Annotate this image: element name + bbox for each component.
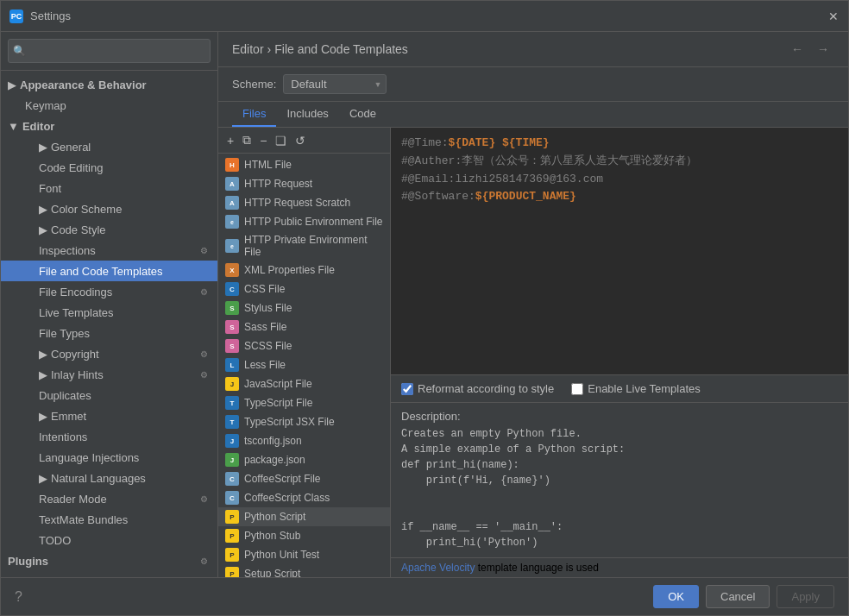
sidebar-label: Code Style (51, 223, 106, 236)
list-item[interactable]: J JavaScript File (218, 374, 390, 393)
sidebar-item-file-types[interactable]: File Types (1, 323, 217, 343)
description-area: Description: Creates an empty Python fil… (391, 403, 848, 557)
file-item-name: HTTP Private Environment File (244, 234, 383, 258)
sidebar-label: Natural Languages (51, 472, 146, 485)
breadcrumb-parent: Editor (232, 42, 264, 56)
list-item[interactable]: H HTML File (218, 155, 390, 174)
sidebar-item-todo[interactable]: TODO (1, 530, 217, 550)
list-item[interactable]: X XML Properties File (218, 261, 390, 280)
list-item[interactable]: J package.json (218, 450, 390, 469)
sidebar-item-language-injections[interactable]: Language Injections (1, 447, 217, 468)
arrow-icon: ▶ (39, 410, 47, 423)
file-list-panel: + ⧉ − ❏ ↺ H HTML File A (218, 128, 391, 577)
file-item-name: CoffeeScript Class (244, 492, 330, 504)
sidebar-item-editor[interactable]: ▼ Editor (1, 116, 217, 136)
sidebar-item-reader-mode[interactable]: Reader Mode ⚙ (1, 488, 217, 509)
sidebar-item-natural-languages[interactable]: ▶ Natural Languages (1, 468, 217, 488)
template-area: + ⧉ − ❏ ↺ H HTML File A (218, 128, 848, 577)
editor-panel: #@Time:${DATE} ${TIME} #@Auther:李智（公众号：第… (391, 128, 848, 577)
velocity-link[interactable]: Apache Velocity (401, 562, 475, 574)
reset-template-button[interactable]: ↺ (292, 132, 309, 149)
sidebar-item-inlay-hints[interactable]: ▶ Inlay Hints ⚙ (1, 364, 217, 385)
list-item[interactable]: P Python Unit Test (218, 545, 390, 564)
list-item[interactable]: e HTTP Private Environment File (218, 231, 390, 261)
live-templates-checkbox[interactable] (571, 383, 583, 395)
help-button[interactable]: ? (15, 589, 22, 605)
list-item[interactable]: S Sass File (218, 317, 390, 336)
sidebar-item-file-encodings[interactable]: File Encodings ⚙ (1, 281, 217, 302)
sidebar-label: Code Editing (39, 161, 103, 174)
forward-button[interactable]: → (812, 41, 834, 58)
arrow-icon: ▶ (39, 368, 47, 381)
sidebar-label: Editor (22, 120, 55, 133)
file-type-icon: J (225, 434, 239, 448)
add-template-button[interactable]: + (223, 132, 237, 149)
sidebar-item-duplicates[interactable]: Duplicates (1, 385, 217, 405)
sidebar-item-font[interactable]: Font (1, 178, 217, 198)
apply-button[interactable]: Apply (777, 585, 834, 608)
close-button[interactable]: ✕ (827, 10, 840, 22)
tab-files[interactable]: Files (232, 102, 276, 127)
list-item[interactable]: S SCSS File (218, 336, 390, 355)
sidebar-item-intentions[interactable]: Intentions (1, 426, 217, 447)
code-line-1: #@Time:${DATE} ${TIME} (401, 135, 838, 153)
list-item[interactable]: T TypeScript File (218, 393, 390, 412)
list-item[interactable]: e HTTP Public Environment File (218, 212, 390, 231)
file-type-icon: L (225, 358, 239, 372)
file-type-icon: P (225, 548, 239, 562)
sidebar-label: Keymap (25, 99, 66, 112)
file-type-icon: S (225, 301, 239, 315)
scheme-select[interactable]: Default Project (283, 74, 387, 94)
sidebar-label: File and Code Templates (39, 265, 163, 278)
sidebar-item-appearance[interactable]: ▶ Appearance & Behavior (1, 74, 217, 95)
sidebar-item-plugins[interactable]: Plugins ⚙ (1, 550, 217, 571)
sidebar-item-keymap[interactable]: Keymap (1, 95, 217, 116)
scheme-row: Scheme: Default Project (218, 67, 848, 102)
duplicate-template-button[interactable]: ❏ (272, 132, 290, 149)
search-input[interactable] (8, 39, 211, 63)
velocity-note: Apache Velocity template language is use… (391, 557, 848, 577)
list-item[interactable]: T TypeScript JSX File (218, 412, 390, 431)
search-icon: 🔍 (13, 45, 26, 57)
file-type-icon: A (225, 196, 239, 210)
arrow-icon: ▼ (8, 120, 19, 133)
code-editor[interactable]: #@Time:${DATE} ${TIME} #@Auther:李智（公众号：第… (391, 128, 848, 374)
sidebar-item-copyright[interactable]: ▶ Copyright ⚙ (1, 343, 217, 364)
app-icon: PC (9, 9, 23, 23)
sidebar-item-code-editing[interactable]: Code Editing (1, 157, 217, 178)
list-item[interactable]: S Stylus File (218, 299, 390, 317)
list-item[interactable]: L Less File (218, 355, 390, 374)
sidebar-item-textmate[interactable]: TextMate Bundles (1, 509, 217, 530)
list-item[interactable]: A HTTP Request (218, 174, 390, 193)
cancel-button[interactable]: Cancel (706, 585, 770, 608)
copy-template-button[interactable]: ⧉ (239, 131, 255, 149)
list-item[interactable]: C CoffeeScript Class (218, 488, 390, 507)
file-item-name: CoffeeScript File (244, 473, 320, 485)
list-item[interactable]: A HTTP Request Scratch (218, 193, 390, 212)
remove-template-button[interactable]: − (256, 132, 270, 149)
sidebar-item-color-scheme[interactable]: ▶ Color Scheme (1, 198, 217, 219)
list-item[interactable]: C CoffeeScript File (218, 469, 390, 488)
sidebar-item-general[interactable]: ▶ General (1, 136, 217, 157)
tab-includes[interactable]: Includes (276, 102, 338, 127)
live-templates-checkbox-label[interactable]: Enable Live Templates (571, 382, 701, 395)
sidebar-item-inspections[interactable]: Inspections ⚙ (1, 240, 217, 261)
sidebar-item-code-style[interactable]: ▶ Code Style (1, 219, 217, 240)
sidebar-item-live-templates[interactable]: Live Templates (1, 302, 217, 323)
reformat-checkbox[interactable] (401, 383, 413, 395)
sidebar-item-emmet[interactable]: ▶ Emmet (1, 405, 217, 426)
sidebar-label: Plugins (8, 555, 48, 568)
list-item[interactable]: P Setup Script (218, 564, 390, 577)
list-item[interactable]: C CSS File (218, 280, 390, 299)
tab-code[interactable]: Code (339, 102, 387, 127)
list-item[interactable]: P Python Script (218, 507, 390, 526)
reformat-checkbox-label[interactable]: Reformat according to style (401, 382, 554, 395)
list-item[interactable]: P Python Stub (218, 526, 390, 545)
breadcrumb-separator: › (267, 42, 272, 56)
sidebar-item-file-templates[interactable]: File and Code Templates (1, 261, 217, 281)
back-button[interactable]: ← (786, 41, 808, 58)
file-item-name: SCSS File (244, 340, 292, 352)
badge-icon: ⚙ (197, 285, 211, 299)
ok-button[interactable]: OK (653, 585, 699, 608)
list-item[interactable]: J tsconfig.json (218, 431, 390, 450)
